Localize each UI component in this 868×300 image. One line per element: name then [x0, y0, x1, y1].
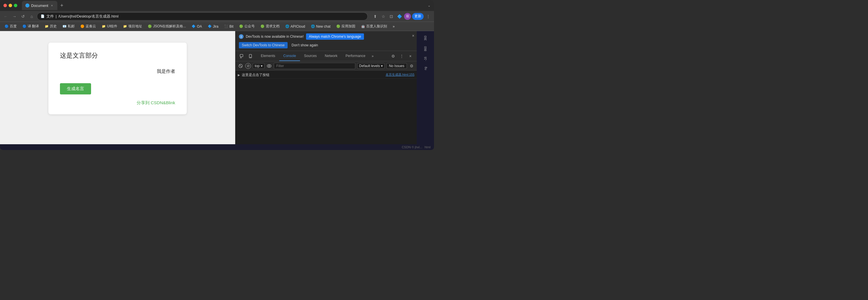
devtools-toolbar-left: [236, 52, 257, 60]
bookmark-translate[interactable]: 🔵 译 翻译: [20, 23, 41, 30]
address-bar: ← → ↺ ⌂ 📄 文件 | /Users/jhxl/Desktop/名言生成器…: [0, 11, 434, 22]
devtools-more-button[interactable]: ⋮: [398, 52, 406, 60]
inspect-element-button[interactable]: [238, 52, 246, 60]
tab-console[interactable]: Console: [279, 51, 300, 61]
console-eye-button[interactable]: [266, 63, 272, 69]
project-icon: 📁: [123, 25, 127, 29]
console-filter-input[interactable]: [274, 63, 355, 69]
tab-sources[interactable]: Sources: [300, 51, 321, 61]
back-button[interactable]: ←: [2, 13, 9, 20]
bookmark-reinforce[interactable]: 🟢 应用加固: [334, 23, 358, 30]
devtools-tabs: Elements Console Sources Network Perform…: [257, 51, 376, 61]
console-row-expand[interactable]: ▶: [238, 73, 240, 76]
bookmark-ui[interactable]: 📁 UI组件: [99, 23, 120, 30]
dont-show-again-button[interactable]: Don't show again: [290, 42, 320, 48]
lanzou-icon: 🟠: [81, 25, 85, 29]
forward-button[interactable]: →: [11, 13, 18, 20]
bookmark-apicloud[interactable]: 🌐 APICloud: [283, 24, 308, 29]
translate-icon: 🔵: [23, 25, 27, 29]
bookmark-translate-label: 译 翻译: [28, 24, 39, 29]
console-output: ▶ 这里是点击了按钮 名言生成器.html:155: [236, 70, 417, 144]
home-button[interactable]: ⌂: [28, 13, 35, 20]
bookmark-newchat[interactable]: 🌐 New chat: [309, 24, 333, 29]
device-toolbar-button[interactable]: [246, 52, 254, 60]
active-tab[interactable]: 🌐 Document ×: [22, 1, 57, 10]
bookmark-lanzou[interactable]: 🟠 蓝奏云: [78, 23, 98, 30]
bookmark-project[interactable]: 📁 项目地址: [121, 23, 144, 30]
right-label-860: 860: [423, 44, 428, 54]
extension-sidebar-button[interactable]: ⊡: [388, 13, 395, 20]
console-clear-button[interactable]: [238, 63, 244, 69]
minimize-window-button[interactable]: [9, 4, 12, 7]
new-tab-button[interactable]: +: [59, 3, 65, 9]
notification-message: DevTools is now available in Chinese!: [246, 35, 304, 39]
console-settings-button[interactable]: ⚙: [409, 63, 414, 69]
right-label-360: 360: [423, 33, 428, 43]
share-button[interactable]: ⬆: [372, 13, 379, 20]
page-content: 这是文言部分 我是作者 生成名言 分享到 CSDN&Blink: [0, 31, 235, 144]
bookmark-ui-label: UI组件: [107, 24, 117, 29]
chrome-menu-button[interactable]: ⋮: [425, 13, 432, 20]
bookmark-wechat[interactable]: 🟢 公众号: [237, 23, 257, 30]
browser-window: 🌐 Document × + ⌄ ← → ↺ ⌂ 📄 文件 | /Users/j…: [0, 0, 434, 150]
maximize-window-button[interactable]: [14, 4, 17, 7]
bookmark-wechat-label: 公众号: [244, 24, 255, 29]
bookmark-baidu-label: 百度: [10, 24, 17, 29]
quote-text: 这是文言部分: [60, 51, 175, 60]
right-side-panel: 360 860 -16 ng: [417, 31, 434, 144]
close-window-button[interactable]: [3, 4, 7, 7]
newchat-icon: 🌐: [311, 25, 315, 29]
devtools-settings-button[interactable]: ⚙: [389, 52, 397, 60]
tab-more-button[interactable]: »: [369, 51, 376, 61]
bookmark-lanzou-label: 蓝奏云: [86, 24, 96, 29]
context-selector[interactable]: top ▾: [253, 63, 265, 69]
extension-button[interactable]: 🔷: [396, 13, 403, 20]
bookmark-history-label: 历史: [50, 24, 57, 29]
address-input[interactable]: 📄 文件 | /Users/jhxl/Desktop/名言生成器.html: [37, 12, 368, 21]
tab-elements[interactable]: Elements: [257, 51, 279, 61]
devtools-close-button[interactable]: ×: [406, 52, 414, 60]
tab-close-button[interactable]: ×: [50, 3, 54, 7]
bookmark-json[interactable]: 🟢 JSON在线解析及格...: [146, 23, 188, 30]
right-label-ng: ng: [423, 65, 428, 72]
bookmark-email[interactable]: 📧 私邮: [60, 23, 77, 30]
reload-button[interactable]: ↺: [20, 13, 27, 20]
console-log-source[interactable]: 名言生成器.html:155: [385, 72, 414, 77]
tab-expand-button[interactable]: ⌄: [428, 3, 431, 7]
default-levels-selector[interactable]: Default levels ▾: [357, 63, 384, 69]
bookmark-button[interactable]: ☆: [380, 13, 387, 20]
right-label-minus16: -16: [423, 55, 428, 63]
bookmark-jira[interactable]: 🔷 Jira: [206, 24, 221, 29]
tab-network[interactable]: Network: [321, 51, 341, 61]
bookmark-history[interactable]: 📁 历史: [42, 23, 59, 30]
bookmark-reinforce-label: 应用加固: [341, 24, 355, 29]
bit-icon: ⬛: [224, 25, 228, 29]
no-issues-button[interactable]: No Issues: [386, 63, 407, 69]
main-content: 这是文言部分 我是作者 生成名言 分享到 CSDN&Blink i DevToo…: [0, 31, 434, 144]
update-button[interactable]: 更新: [412, 13, 424, 20]
traffic-lights: [3, 4, 17, 7]
switch-to-chinese-button[interactable]: Switch DevTools to Chinese: [239, 42, 288, 48]
bookmark-more[interactable]: »: [391, 24, 397, 29]
face-icon: 🤖: [361, 25, 365, 29]
svg-rect-0: [240, 55, 243, 57]
always-match-language-button[interactable]: Always match Chrome's language: [306, 33, 364, 40]
console-block-button[interactable]: ⊘: [245, 63, 251, 69]
bookmark-bit[interactable]: ⬛ Bit: [222, 24, 236, 29]
title-bar: 🌐 Document × + ⌄: [0, 0, 434, 11]
tab-performance[interactable]: Performance: [341, 51, 369, 61]
share-link[interactable]: 分享到 CSDN&Blink: [60, 100, 175, 106]
svg-point-7: [267, 65, 271, 67]
svg-line-6: [240, 65, 242, 67]
generate-button[interactable]: 生成名言: [60, 83, 91, 94]
bookmark-oa-label: OA: [197, 25, 202, 29]
bookmark-oa[interactable]: 🔷 OA: [189, 24, 204, 29]
bookmark-face[interactable]: 🤖 百度人脸识别: [359, 23, 389, 30]
wechat-icon: 🟢: [239, 25, 243, 29]
bookmark-baidu[interactable]: 🔵 百度: [2, 23, 19, 30]
bookmark-docs[interactable]: 🟢 需求文档: [258, 23, 282, 30]
bookmark-json-label: JSON在线解析及格...: [153, 24, 186, 29]
notification-info-icon: i: [239, 34, 244, 39]
notification-close-button[interactable]: ×: [412, 33, 414, 38]
profile-button[interactable]: 双: [404, 13, 411, 20]
